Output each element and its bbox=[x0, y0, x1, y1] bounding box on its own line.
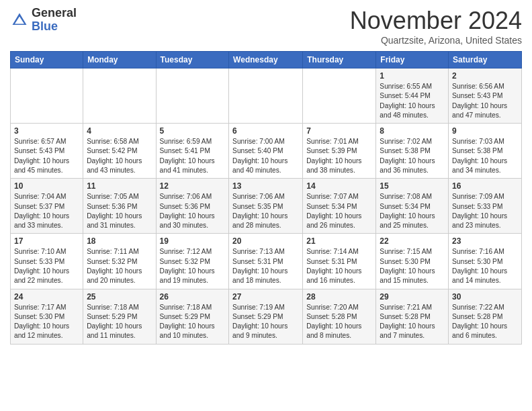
day-number: 4 bbox=[87, 126, 152, 136]
weekday-header-sunday: Sunday bbox=[11, 52, 83, 68]
calendar-cell bbox=[229, 68, 303, 124]
day-info: Sunrise: 6:59 AM Sunset: 5:41 PM Dayligh… bbox=[160, 137, 226, 175]
calendar-cell: 6Sunrise: 7:00 AM Sunset: 5:40 PM Daylig… bbox=[229, 124, 303, 179]
day-info: Sunrise: 7:16 AM Sunset: 5:30 PM Dayligh… bbox=[452, 247, 518, 285]
calendar-cell: 29Sunrise: 7:21 AM Sunset: 5:28 PM Dayli… bbox=[376, 289, 449, 344]
calendar-cell: 21Sunrise: 7:14 AM Sunset: 5:31 PM Dayli… bbox=[303, 234, 376, 289]
calendar-cell: 9Sunrise: 7:03 AM Sunset: 5:38 PM Daylig… bbox=[449, 124, 522, 179]
day-info: Sunrise: 6:58 AM Sunset: 5:42 PM Dayligh… bbox=[87, 137, 152, 175]
calendar-cell: 1Sunrise: 6:55 AM Sunset: 5:44 PM Daylig… bbox=[376, 68, 449, 124]
calendar-cell: 15Sunrise: 7:08 AM Sunset: 5:34 PM Dayli… bbox=[376, 179, 449, 234]
day-number: 30 bbox=[452, 292, 518, 302]
calendar-cell: 3Sunrise: 6:57 AM Sunset: 5:43 PM Daylig… bbox=[11, 124, 83, 179]
calendar-cell: 2Sunrise: 6:56 AM Sunset: 5:43 PM Daylig… bbox=[449, 68, 522, 124]
weekday-header-saturday: Saturday bbox=[449, 52, 522, 68]
day-number: 11 bbox=[87, 181, 152, 191]
day-info: Sunrise: 7:03 AM Sunset: 5:38 PM Dayligh… bbox=[452, 137, 518, 175]
calendar-cell: 14Sunrise: 7:07 AM Sunset: 5:34 PM Dayli… bbox=[303, 179, 376, 234]
calendar-cell bbox=[303, 68, 376, 124]
day-info: Sunrise: 7:10 AM Sunset: 5:33 PM Dayligh… bbox=[14, 247, 79, 285]
day-info: Sunrise: 7:08 AM Sunset: 5:34 PM Dayligh… bbox=[380, 192, 445, 230]
logo-blue: Blue bbox=[32, 19, 58, 33]
day-number: 14 bbox=[306, 181, 372, 191]
day-info: Sunrise: 6:57 AM Sunset: 5:43 PM Dayligh… bbox=[14, 137, 79, 175]
calendar-cell: 19Sunrise: 7:12 AM Sunset: 5:32 PM Dayli… bbox=[156, 234, 229, 289]
page-header: General Blue November 2024 Quartzsite, A… bbox=[10, 7, 522, 46]
day-info: Sunrise: 7:18 AM Sunset: 5:29 PM Dayligh… bbox=[87, 303, 152, 341]
day-number: 23 bbox=[452, 236, 518, 246]
calendar-cell bbox=[156, 68, 229, 124]
calendar-cell: 26Sunrise: 7:18 AM Sunset: 5:29 PM Dayli… bbox=[156, 289, 229, 344]
logo-icon bbox=[10, 11, 29, 30]
calendar-cell: 10Sunrise: 7:04 AM Sunset: 5:37 PM Dayli… bbox=[11, 179, 83, 234]
calendar-cell: 11Sunrise: 7:05 AM Sunset: 5:36 PM Dayli… bbox=[83, 179, 156, 234]
location: Quartzsite, Arizona, United States bbox=[350, 35, 522, 46]
day-number: 5 bbox=[160, 126, 226, 136]
day-number: 16 bbox=[452, 181, 518, 191]
day-number: 6 bbox=[232, 126, 299, 136]
title-block: November 2024 Quartzsite, Arizona, Unite… bbox=[350, 7, 522, 46]
day-number: 8 bbox=[380, 126, 445, 136]
day-info: Sunrise: 7:17 AM Sunset: 5:30 PM Dayligh… bbox=[14, 303, 79, 341]
week-row-5: 24Sunrise: 7:17 AM Sunset: 5:30 PM Dayli… bbox=[11, 289, 522, 344]
logo-text: General Blue bbox=[32, 7, 77, 34]
week-row-2: 3Sunrise: 6:57 AM Sunset: 5:43 PM Daylig… bbox=[11, 124, 522, 179]
day-info: Sunrise: 7:11 AM Sunset: 5:32 PM Dayligh… bbox=[87, 247, 152, 285]
day-number: 26 bbox=[160, 292, 226, 302]
day-number: 7 bbox=[306, 126, 372, 136]
day-info: Sunrise: 7:06 AM Sunset: 5:36 PM Dayligh… bbox=[160, 192, 226, 230]
day-number: 25 bbox=[87, 292, 152, 302]
day-number: 9 bbox=[452, 126, 518, 136]
day-info: Sunrise: 6:56 AM Sunset: 5:43 PM Dayligh… bbox=[452, 82, 518, 120]
day-info: Sunrise: 7:21 AM Sunset: 5:28 PM Dayligh… bbox=[380, 303, 445, 341]
day-number: 22 bbox=[380, 236, 445, 246]
calendar-cell: 18Sunrise: 7:11 AM Sunset: 5:32 PM Dayli… bbox=[83, 234, 156, 289]
day-info: Sunrise: 7:04 AM Sunset: 5:37 PM Dayligh… bbox=[14, 192, 79, 230]
day-number: 17 bbox=[14, 236, 79, 246]
day-number: 15 bbox=[380, 181, 445, 191]
weekday-header-wednesday: Wednesday bbox=[229, 52, 303, 68]
day-number: 28 bbox=[306, 292, 372, 302]
day-info: Sunrise: 7:12 AM Sunset: 5:32 PM Dayligh… bbox=[160, 247, 226, 285]
logo-general: General bbox=[32, 6, 77, 19]
day-number: 2 bbox=[452, 71, 518, 81]
day-info: Sunrise: 7:15 AM Sunset: 5:30 PM Dayligh… bbox=[380, 247, 445, 285]
calendar-cell: 27Sunrise: 7:19 AM Sunset: 5:29 PM Dayli… bbox=[229, 289, 303, 344]
week-row-3: 10Sunrise: 7:04 AM Sunset: 5:37 PM Dayli… bbox=[11, 179, 522, 234]
day-number: 3 bbox=[14, 126, 79, 136]
weekday-header-thursday: Thursday bbox=[303, 52, 376, 68]
day-info: Sunrise: 7:13 AM Sunset: 5:31 PM Dayligh… bbox=[232, 247, 299, 285]
calendar-table: SundayMondayTuesdayWednesdayThursdayFrid… bbox=[10, 51, 522, 345]
calendar-cell: 30Sunrise: 7:22 AM Sunset: 5:28 PM Dayli… bbox=[449, 289, 522, 344]
day-number: 21 bbox=[306, 236, 372, 246]
day-info: Sunrise: 7:06 AM Sunset: 5:35 PM Dayligh… bbox=[232, 192, 299, 230]
calendar-cell: 13Sunrise: 7:06 AM Sunset: 5:35 PM Dayli… bbox=[229, 179, 303, 234]
day-number: 12 bbox=[160, 181, 226, 191]
weekday-header-friday: Friday bbox=[376, 52, 449, 68]
calendar-cell: 16Sunrise: 7:09 AM Sunset: 5:33 PM Dayli… bbox=[449, 179, 522, 234]
day-info: Sunrise: 7:02 AM Sunset: 5:38 PM Dayligh… bbox=[380, 137, 445, 175]
calendar-cell bbox=[83, 68, 156, 124]
weekday-header-monday: Monday bbox=[83, 52, 156, 68]
day-info: Sunrise: 7:07 AM Sunset: 5:34 PM Dayligh… bbox=[306, 192, 372, 230]
day-number: 10 bbox=[14, 181, 79, 191]
day-number: 24 bbox=[14, 292, 79, 302]
calendar-cell: 17Sunrise: 7:10 AM Sunset: 5:33 PM Dayli… bbox=[11, 234, 83, 289]
day-number: 1 bbox=[380, 71, 445, 81]
calendar-cell: 23Sunrise: 7:16 AM Sunset: 5:30 PM Dayli… bbox=[449, 234, 522, 289]
week-row-1: 1Sunrise: 6:55 AM Sunset: 5:44 PM Daylig… bbox=[11, 68, 522, 124]
calendar-cell: 20Sunrise: 7:13 AM Sunset: 5:31 PM Dayli… bbox=[229, 234, 303, 289]
day-info: Sunrise: 7:14 AM Sunset: 5:31 PM Dayligh… bbox=[306, 247, 372, 285]
day-number: 29 bbox=[380, 292, 445, 302]
logo: General Blue bbox=[10, 7, 77, 34]
day-number: 13 bbox=[232, 181, 299, 191]
calendar-cell: 7Sunrise: 7:01 AM Sunset: 5:39 PM Daylig… bbox=[303, 124, 376, 179]
calendar-cell: 28Sunrise: 7:20 AM Sunset: 5:28 PM Dayli… bbox=[303, 289, 376, 344]
calendar-cell: 25Sunrise: 7:18 AM Sunset: 5:29 PM Dayli… bbox=[83, 289, 156, 344]
calendar-cell: 5Sunrise: 6:59 AM Sunset: 5:41 PM Daylig… bbox=[156, 124, 229, 179]
calendar-cell bbox=[11, 68, 83, 124]
day-info: Sunrise: 7:01 AM Sunset: 5:39 PM Dayligh… bbox=[306, 137, 372, 175]
day-info: Sunrise: 7:22 AM Sunset: 5:28 PM Dayligh… bbox=[452, 303, 518, 341]
calendar-cell: 8Sunrise: 7:02 AM Sunset: 5:38 PM Daylig… bbox=[376, 124, 449, 179]
day-number: 27 bbox=[232, 292, 299, 302]
